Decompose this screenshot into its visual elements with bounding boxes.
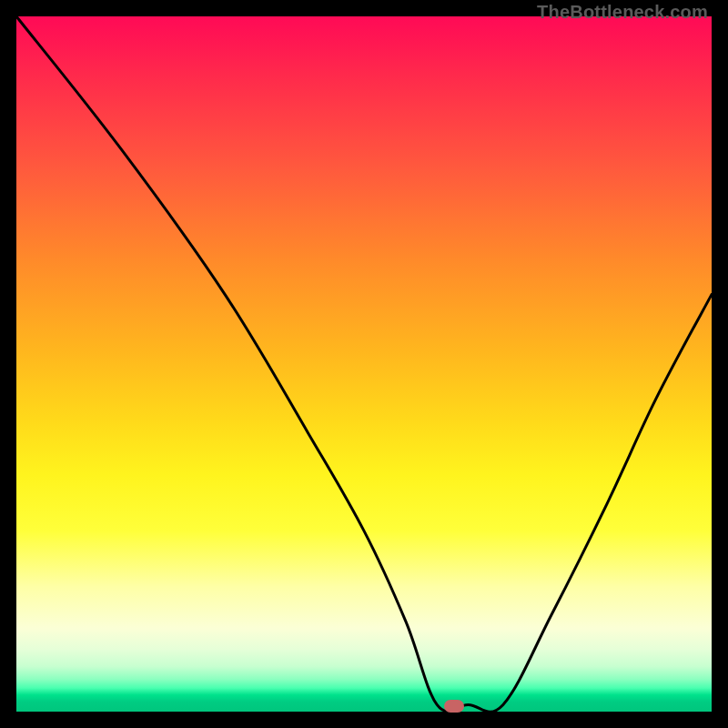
optimum-marker (444, 700, 464, 713)
plot-area (16, 16, 712, 712)
watermark-text: TheBottleneck.com (537, 2, 708, 23)
chart-canvas: TheBottleneck.com (0, 0, 728, 728)
bottleneck-curve (16, 16, 712, 712)
